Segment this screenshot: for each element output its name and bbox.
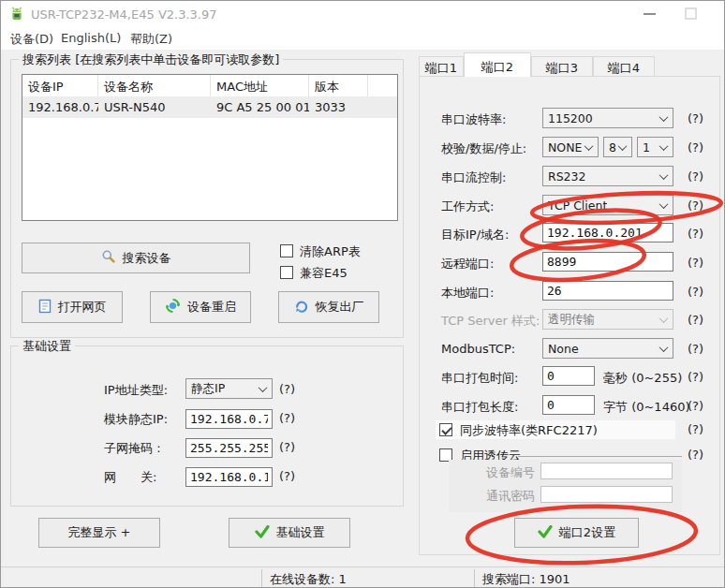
compat-e45-label[interactable]: 兼容E45 [300, 265, 348, 282]
modbus-help[interactable]: (?) [688, 342, 703, 356]
cell-version: 3033 [309, 97, 368, 118]
tab-port2[interactable]: 端口2 [464, 52, 531, 77]
parity-select[interactable]: NONE [542, 137, 599, 157]
app-window: USR-TCP232-M4,E45 V2.3.3.97 设备(D) Englis… [0, 0, 725, 588]
basic-setup-button[interactable]: 基础设置 [229, 518, 350, 548]
tab-port3[interactable]: 端口3 [531, 56, 593, 77]
magnifier-icon [101, 249, 116, 267]
stopbits-select[interactable]: 1 [637, 137, 673, 157]
webpage-document-icon [38, 299, 52, 316]
baud-select[interactable]: 115200 [542, 108, 673, 128]
pack-len-input[interactable] [542, 395, 595, 415]
cloud-group-line [518, 456, 682, 457]
restore-arrow-icon [294, 299, 309, 316]
minimize-button[interactable] [644, 13, 656, 15]
parity-help[interactable]: (?) [688, 140, 703, 154]
static-ip-label: 模块静态IP: [104, 411, 168, 428]
modbus-select[interactable]: None [542, 338, 673, 359]
tab-port1[interactable]: 端口1 [419, 56, 464, 77]
pack-len-label: 串口打包长度: [441, 399, 518, 416]
workmode-label: 工作方式: [441, 198, 494, 215]
ip-type-help[interactable]: (?) [279, 382, 295, 396]
cell-device-ip: 192.168.0.7 [22, 97, 98, 118]
pack-time-label: 串口打包时间: [441, 370, 518, 387]
device-table: 设备IP 设备名称 MAC地址 版本 192.168.0.7 USR-N540 … [22, 74, 398, 221]
open-webpage-button[interactable]: 打开网页 [22, 291, 123, 323]
pack-len-unit: 字节 (0~1460) [603, 399, 690, 416]
check-icon [255, 525, 270, 541]
subnet-input[interactable] [185, 438, 273, 458]
factory-reset-button[interactable]: 恢复出厂 [278, 291, 379, 323]
full-display-button[interactable]: 完整显示 + [38, 518, 160, 548]
static-ip-help[interactable]: (?) [279, 411, 295, 425]
menu-help[interactable]: 帮助(Z) [130, 31, 172, 48]
menu-bar: 设备(D) English(L) 帮助(Z) [1, 27, 724, 50]
comm-password-label: 通讯密码 [451, 488, 535, 505]
col-mac[interactable]: MAC地址 [211, 75, 309, 96]
pack-len-help[interactable]: (?) [688, 399, 703, 413]
gateway-input[interactable] [185, 467, 273, 487]
remote-port-input[interactable] [542, 252, 673, 272]
gateway-help[interactable]: (?) [279, 469, 295, 483]
sync-baud-checkbox[interactable] [439, 423, 452, 436]
search-device-label: 搜索设备 [123, 250, 171, 267]
compat-e45-checkbox[interactable] [280, 266, 293, 279]
restart-icon [165, 298, 181, 316]
device-id-input [540, 463, 673, 479]
basic-settings-group-title: 基础设置 [19, 338, 75, 355]
tcp-server-style-help[interactable]: (?) [688, 313, 703, 327]
chevron-down-icon [659, 199, 669, 209]
dest-ip-input[interactable] [542, 223, 673, 243]
remote-port-help[interactable]: (?) [688, 256, 703, 270]
search-list-group-title: 搜索列表 [在搜索列表中单击设备即可读取参数] [19, 51, 283, 68]
gateway-label: 网 关: [104, 469, 156, 486]
chevron-down-icon [584, 141, 594, 151]
local-port-help[interactable]: (?) [688, 285, 703, 299]
comm-password-input [540, 486, 673, 503]
table-row[interactable]: 192.168.0.7 USR-N540 9C A5 25 00 01 87 3… [22, 97, 397, 118]
search-device-button[interactable]: 搜索设备 [22, 243, 250, 273]
chevron-down-icon [618, 141, 628, 151]
port2-setup-label: 端口2设置 [559, 524, 615, 541]
device-restart-button[interactable]: 设备重启 [150, 291, 251, 323]
parity-label: 校验/数据/停止: [441, 140, 526, 157]
chevron-down-icon [659, 314, 669, 323]
col-device-name[interactable]: 设备名称 [98, 75, 211, 96]
maximize-button[interactable] [685, 7, 697, 20]
workmode-help[interactable]: (?) [688, 198, 703, 213]
col-device-ip[interactable]: 设备IP [22, 75, 98, 96]
basic-setup-label: 基础设置 [276, 524, 325, 541]
local-port-label: 本地端口: [441, 285, 494, 301]
col-filler [368, 75, 397, 96]
statusbar-separator [474, 569, 475, 588]
clear-arp-checkbox[interactable] [280, 244, 293, 257]
ip-type-select[interactable]: 静态IP [185, 378, 273, 399]
pack-time-input[interactable] [542, 366, 595, 386]
tcp-server-style-select: 透明传输 [542, 309, 673, 330]
local-port-input[interactable] [542, 281, 673, 301]
menu-device[interactable]: 设备(D) [10, 31, 53, 48]
baud-help[interactable]: (?) [688, 111, 703, 125]
sync-baud-label[interactable]: 同步波特率(类RFC2217) [460, 422, 598, 439]
databits-select[interactable]: 8 [603, 137, 632, 157]
cell-device-name: USR-N540 [98, 97, 211, 118]
flow-label: 串口流控制: [441, 169, 506, 186]
port2-setup-button[interactable]: 端口2设置 [514, 518, 639, 548]
static-ip-input[interactable] [185, 409, 273, 429]
open-webpage-label: 打开网页 [58, 299, 107, 316]
workmode-select[interactable]: TCP Client [542, 195, 673, 215]
cloud-help[interactable]: (?) [688, 448, 703, 462]
menu-english[interactable]: English(L) [61, 31, 121, 45]
col-version[interactable]: 版本 [309, 75, 368, 96]
clear-arp-label[interactable]: 清除ARP表 [300, 243, 361, 260]
full-display-label: 完整显示 + [67, 524, 130, 541]
pack-time-help[interactable]: (?) [688, 370, 703, 384]
dest-ip-help[interactable]: (?) [688, 227, 703, 241]
subnet-help[interactable]: (?) [279, 440, 295, 454]
chevron-down-icon [659, 170, 669, 180]
chevron-down-icon [659, 141, 669, 151]
flow-help[interactable]: (?) [688, 169, 703, 184]
sync-baud-help[interactable]: (?) [688, 422, 703, 436]
flow-select[interactable]: RS232 [542, 166, 673, 186]
tab-port4[interactable]: 端口4 [593, 56, 655, 77]
